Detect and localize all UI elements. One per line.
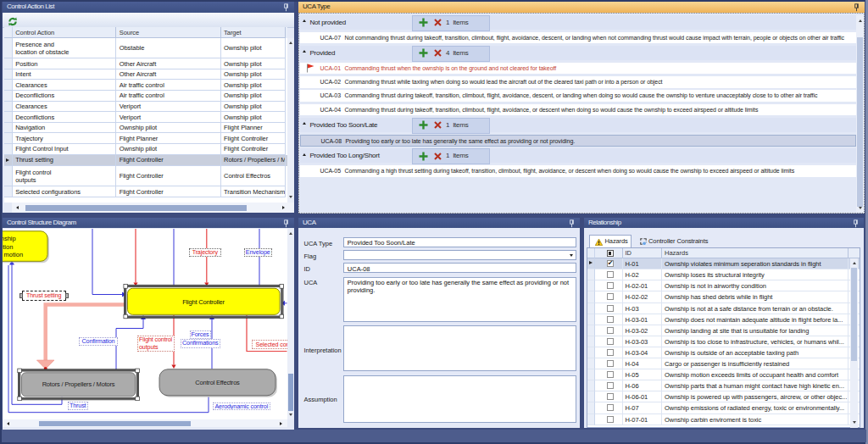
svg-text:Rotors / Propellers / Motors: Rotors / Propellers / Motors [42, 380, 115, 388]
svg-text:Flight Controller: Flight Controller [182, 297, 225, 305]
svg-text:position: position [3, 242, 13, 250]
svg-text:Ownship: Ownship [3, 235, 16, 242]
svg-text:Control Effectros: Control Effectros [195, 379, 240, 386]
svg-text:and motion: and motion [3, 251, 23, 258]
